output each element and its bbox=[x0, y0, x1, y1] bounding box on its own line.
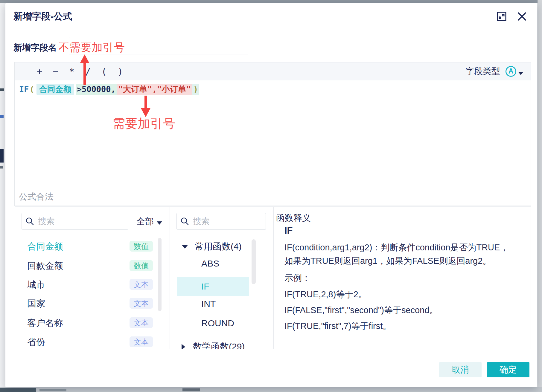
function-item-int[interactable]: INT bbox=[201, 299, 216, 309]
function-search-input[interactable] bbox=[193, 217, 262, 226]
doc-function-name: IF bbox=[284, 225, 515, 236]
formula-field-token: 合同金额 bbox=[36, 84, 74, 95]
field-row[interactable]: 城市 文本 bbox=[15, 275, 169, 294]
cancel-button[interactable]: 取消 bbox=[439, 362, 482, 377]
background-fragment bbox=[0, 149, 4, 163]
function-item-round[interactable]: ROUND bbox=[201, 318, 234, 328]
operator-open-paren-button[interactable]: ( bbox=[96, 66, 112, 77]
function-list-scrollbar[interactable] bbox=[252, 239, 256, 284]
field-name[interactable]: 合同金额 bbox=[27, 241, 63, 253]
annotation-need-quotes: 需要加引号 bbox=[112, 115, 175, 132]
formula-string-token: "大订单","小订单" bbox=[117, 84, 192, 95]
function-item-abs[interactable]: ABS bbox=[201, 258, 219, 269]
function-search-box[interactable] bbox=[176, 213, 266, 230]
field-filter-dropdown[interactable]: 全部 bbox=[136, 216, 162, 228]
close-icon[interactable] bbox=[516, 11, 528, 23]
formula-expression[interactable]: IF(合同金额>500000,"大订单","小订单") bbox=[19, 84, 199, 95]
formula-function-token: IF bbox=[19, 84, 29, 95]
annotation-no-quotes: 不需要加引号 bbox=[58, 40, 125, 55]
field-type-badge: 文本 bbox=[130, 336, 153, 347]
background-fragment bbox=[0, 115, 4, 118]
function-group-label: 常用函数(4) bbox=[195, 241, 242, 253]
background-scrollbar-strip bbox=[538, 0, 542, 392]
doc-example: IF(TRUE,2,8)等于2。 bbox=[284, 288, 515, 301]
field-type-string-icon[interactable]: A bbox=[506, 66, 516, 77]
field-type-badge: 文本 bbox=[130, 279, 153, 290]
function-doc-title: 函数释义 bbox=[276, 212, 311, 224]
background-fragment bbox=[39, 389, 66, 391]
annotation-arrow-down-icon bbox=[144, 96, 147, 109]
doc-function-description: IF(condition,arg1,arg2)：判断条件condition是否为… bbox=[284, 241, 515, 268]
formula-paren-token: ( bbox=[29, 84, 35, 95]
field-name[interactable]: 回款金额 bbox=[27, 260, 63, 272]
function-group-label: 数学函数(29) bbox=[193, 341, 245, 349]
triangle-collapsed-icon bbox=[182, 344, 185, 350]
chevron-down-icon bbox=[157, 221, 162, 225]
search-icon bbox=[180, 217, 189, 226]
background-fragment bbox=[0, 166, 3, 169]
function-group-common[interactable]: 常用函数(4) bbox=[182, 241, 242, 253]
field-name[interactable]: 城市 bbox=[27, 279, 45, 291]
operator-plus-button[interactable]: + bbox=[31, 66, 48, 77]
field-type-badge: 数值 bbox=[130, 260, 153, 271]
field-row[interactable]: 回款金额 数值 bbox=[15, 256, 169, 275]
field-type-badge: 文本 bbox=[130, 298, 153, 309]
formula-number-token: >500000, bbox=[76, 84, 117, 95]
field-row[interactable]: 合同金额 数值 bbox=[15, 236, 169, 255]
search-icon bbox=[25, 217, 34, 226]
function-doc-body: IF IF(condition,arg1,arg2)：判断条件condition… bbox=[284, 225, 515, 335]
formula-valid-status: 公式合法 bbox=[19, 191, 54, 203]
doc-example: IF(FALSE,"first","second")等于second。 bbox=[284, 304, 515, 317]
field-name[interactable]: 国家 bbox=[27, 298, 45, 310]
background-fragment bbox=[182, 388, 200, 391]
background-fragment bbox=[0, 88, 4, 91]
function-item-if[interactable]: IF bbox=[201, 281, 209, 292]
operator-toolbar: + − * / ( ) 字段类型 A bbox=[15, 62, 531, 80]
triangle-expanded-icon bbox=[182, 245, 188, 249]
helper-panels: 全部 合同金额 数值 回款金额 数值 城市 文本 国家 文本 客户名称 文本 省… bbox=[15, 206, 531, 349]
operator-divide-button[interactable]: / bbox=[80, 66, 96, 77]
field-type-badge: 文本 bbox=[130, 317, 153, 328]
background-top-band bbox=[0, 0, 542, 3]
doc-example: IF(TRUE,"first",7)等于first。 bbox=[284, 319, 515, 333]
field-name[interactable]: 省份 bbox=[27, 336, 45, 348]
header-divider bbox=[5, 31, 537, 31]
field-row[interactable]: 国家 文本 bbox=[15, 293, 169, 313]
confirm-button[interactable]: 确定 bbox=[487, 362, 529, 377]
formula-editor[interactable]: + − * / ( ) 字段类型 A IF(合同金额>500000,"大订单",… bbox=[14, 62, 531, 206]
field-row[interactable]: 客户名称 文本 bbox=[15, 313, 169, 332]
annotation-arrow-up-icon bbox=[83, 63, 86, 85]
background-fragment bbox=[0, 388, 36, 392]
field-name[interactable]: 客户名称 bbox=[27, 317, 63, 329]
chevron-down-icon[interactable] bbox=[518, 72, 523, 75]
field-row[interactable]: 省份 文本 bbox=[15, 332, 169, 349]
formula-paren-token: ) bbox=[192, 84, 199, 95]
operator-multiply-button[interactable]: * bbox=[64, 66, 80, 77]
function-group-math[interactable]: 数学函数(29) bbox=[182, 341, 245, 349]
function-item-selected-highlight bbox=[177, 277, 249, 296]
field-type-label: 字段类型 bbox=[465, 65, 500, 77]
field-filter-label: 全部 bbox=[136, 216, 154, 228]
operator-close-paren-button[interactable]: ) bbox=[112, 66, 128, 77]
annotation-arrow-up-icon bbox=[80, 54, 89, 63]
panel-divider bbox=[273, 207, 274, 349]
field-list-scrollbar[interactable] bbox=[158, 238, 162, 311]
background-bottom-band bbox=[0, 387, 542, 392]
maximize-icon[interactable] bbox=[497, 11, 507, 23]
dialog-title: 新增字段-公式 bbox=[13, 10, 72, 23]
field-name-label: 新增字段名 bbox=[13, 42, 57, 54]
field-search-input[interactable] bbox=[38, 217, 124, 226]
doc-example-label: 示例： bbox=[284, 271, 515, 285]
add-field-formula-dialog: 新增字段-公式 新增字段名 不需要加引号 + − * / ( ) 字段类型 A bbox=[5, 3, 537, 387]
panel-divider bbox=[170, 207, 170, 349]
field-search-box[interactable] bbox=[22, 213, 128, 230]
field-type-badge: 数值 bbox=[130, 241, 153, 252]
operator-minus-button[interactable]: − bbox=[48, 66, 64, 77]
